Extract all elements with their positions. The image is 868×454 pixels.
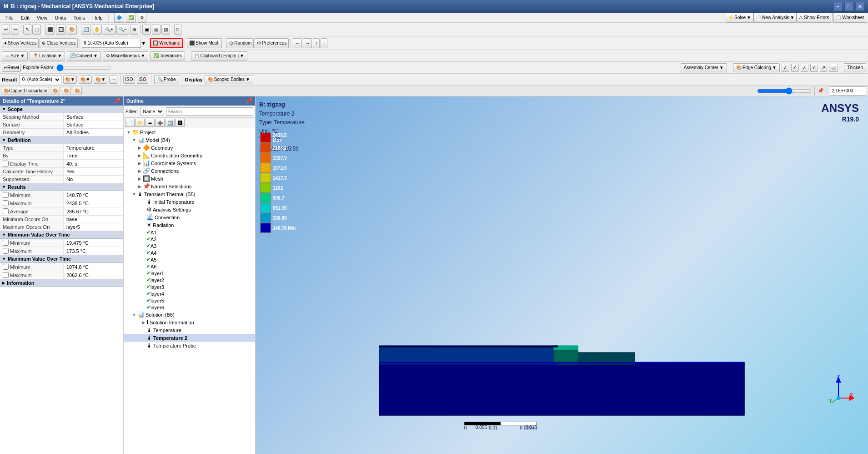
size-button[interactable]: ↔ Size ▼ — [2, 51, 28, 61]
close-button[interactable]: ✕ — [855, 2, 864, 11]
tree-a1[interactable]: ✔ A1 — [124, 229, 255, 236]
select-btn[interactable]: ⬚ — [32, 25, 41, 35]
tree-initial-temperature[interactable]: 🌡 Initial Temperature — [124, 198, 255, 206]
menu-view[interactable]: View — [33, 14, 51, 21]
iso-palette3-btn[interactable]: 🎨 — [73, 87, 82, 95]
tree-mesh[interactable]: ▶ 🔲 Mesh — [124, 175, 255, 182]
surface-val[interactable]: Surface — [64, 121, 123, 128]
max-time-min-checkbox[interactable] — [3, 264, 9, 270]
outline-btn6[interactable]: 🅰 — [176, 119, 185, 127]
tree-coordinate-systems[interactable]: ▶ 📊 Coordinate Systems — [124, 159, 255, 167]
angle-btn1[interactable]: ∠ — [782, 64, 789, 72]
named-selections-toggle[interactable]: ▶ — [136, 184, 143, 189]
tree-layer2[interactable]: ✔ layer2 — [124, 277, 255, 283]
undo-btn[interactable]: ↩ — [2, 25, 10, 35]
clipboard-button[interactable]: 📋 Clipboard [ Empty ] ▼ — [191, 51, 247, 61]
result-palette-btn[interactable]: 🎨▼ — [79, 76, 92, 84]
result-display-btn[interactable]: 🎨▼ — [94, 76, 107, 84]
type-val[interactable]: Temperature — [64, 144, 123, 151]
outline-pin-button[interactable]: 📌 — [246, 98, 252, 104]
arrow-left-btn[interactable]: ← — [293, 38, 302, 48]
angle-btn4[interactable]: ∠ — [810, 64, 818, 72]
info-section-header[interactable]: ▶ Information — [0, 279, 123, 287]
tree-a3[interactable]: ✔ A3 — [124, 242, 255, 249]
reset-button[interactable]: ↩ Reset — [2, 64, 21, 72]
tree-temperature2[interactable]: 🌡 Temperature 2 — [124, 334, 255, 342]
view-front-btn[interactable]: ▣ — [142, 25, 151, 35]
tree-transient-thermal[interactable]: ▼ 🌡 Transient Thermal (B5) — [124, 190, 255, 198]
arrow-diagonal-btn[interactable]: ↗ — [820, 64, 827, 72]
tree-a6[interactable]: ✔ A6 — [124, 263, 255, 270]
tree-layer6[interactable]: ✔ layer6 — [124, 304, 255, 311]
arrow-right-btn[interactable]: → — [303, 38, 312, 48]
menu-tools[interactable]: Tools — [70, 14, 89, 21]
outline-btn2[interactable]: 📁 — [135, 119, 145, 127]
geometry-val[interactable]: All Bodies — [64, 129, 123, 136]
auto-scale-dropdown[interactable]: ▼ — [82, 39, 146, 48]
geometry-toggle[interactable]: ▶ — [136, 146, 143, 150]
result-arrow-btn[interactable]: → — [109, 76, 117, 84]
transient-thermal-toggle[interactable]: ▼ — [131, 192, 137, 197]
show-vertices-button[interactable]: ● Show Vertices — [2, 38, 39, 48]
max-checkbox[interactable] — [3, 200, 9, 206]
tree-a2[interactable]: ✔ A2 — [124, 236, 255, 242]
tree-connections[interactable]: ▶ 🔗 Connections — [124, 167, 255, 175]
result-color-btn[interactable]: 🎨▼ — [63, 76, 77, 84]
scoped-bodies-button[interactable]: 🎨 Scoped Bodies ▼ — [205, 75, 253, 84]
calc-time-val[interactable]: Yes — [64, 168, 123, 175]
by-val[interactable]: Time — [64, 152, 123, 159]
iso-slider[interactable] — [757, 88, 812, 94]
auto-scale-input[interactable] — [82, 39, 141, 48]
display-time-val[interactable]: 40. s — [64, 160, 123, 167]
tree-layer5[interactable]: ✔ layer5 — [124, 297, 255, 304]
menu-units[interactable]: Units — [51, 14, 70, 21]
pan-btn[interactable]: ✋ — [92, 25, 102, 35]
angle-btn2[interactable]: ∠ — [791, 64, 799, 72]
ansys-icon-btn[interactable]: 🔷 — [114, 13, 124, 23]
tree-a4[interactable]: ✔ A4 — [124, 249, 255, 256]
view-top-btn[interactable]: ▤ — [152, 25, 161, 35]
iso-max-btn[interactable]: ISO — [137, 76, 148, 84]
tree-model[interactable]: ▼ 📊 Model (B4) — [124, 136, 255, 144]
outline-btn5[interactable]: 🔤 — [166, 119, 175, 127]
rect-btn[interactable]: □ — [174, 25, 181, 35]
close-vertices-button[interactable]: ⊕ Close Vertices — [40, 38, 78, 48]
iso-label-btn[interactable]: 🎨 Capped Isosurface — [2, 87, 49, 95]
worksheet-button[interactable]: 📋 Worksheet — [833, 13, 866, 23]
scope-section-header[interactable]: ▼ Scope — [0, 106, 123, 113]
max-time-max-checkbox[interactable] — [3, 272, 9, 278]
min-time-max-checkbox[interactable] — [3, 248, 9, 254]
miscellaneous-button[interactable]: ⚙ Miscellaneous ▼ — [103, 51, 148, 61]
redo-btn[interactable]: ↪ — [11, 25, 19, 35]
preferences-button[interactable]: ⚙ Preferences — [255, 38, 289, 48]
solve-button[interactable]: ⚡ Solve ▼ — [726, 13, 753, 23]
scoping-method-val[interactable]: Surface — [64, 113, 123, 121]
arrow-down-btn[interactable]: ↓ — [321, 38, 327, 48]
show-mesh-button[interactable]: ⬛ Show Mesh — [187, 38, 221, 48]
tree-layer4[interactable]: ✔ layer4 — [124, 290, 255, 297]
explode-slider[interactable] — [56, 65, 111, 71]
new-analysis-button[interactable]: 📄 New Analysis ▼ — [753, 13, 797, 23]
angle-btn3[interactable]: ∠ — [801, 64, 808, 72]
solution-info-toggle[interactable]: ▶ — [140, 320, 146, 325]
outline-btn3[interactable]: ➡ — [146, 119, 155, 127]
tree-analysis-settings[interactable]: ⚙ Analysis Settings — [124, 206, 255, 213]
min-time-section-header[interactable]: ▼ Minimum Value Over Time — [0, 231, 123, 239]
iso-palette1-btn[interactable]: 🎨 — [51, 87, 60, 95]
arrow-up-btn[interactable]: ↑ — [313, 38, 320, 48]
avg-checkbox[interactable] — [3, 208, 9, 214]
menu-file[interactable]: File — [2, 14, 17, 21]
outline-btn4[interactable]: ➕ — [156, 119, 165, 127]
model-toggle[interactable]: ▼ — [131, 138, 137, 142]
zoom-in-btn[interactable]: 🔍+ — [103, 25, 115, 35]
min-time-min-checkbox[interactable] — [3, 240, 9, 246]
tree-solution[interactable]: ▼ 📊 Solution (B6) — [124, 311, 255, 318]
tolerances-button[interactable]: ✅ Tolerances — [150, 51, 185, 61]
view-right-btn[interactable]: ▥ — [161, 25, 170, 35]
suppressed-val[interactable]: No — [64, 176, 123, 183]
edge-coloring-button[interactable]: 🎨 Edge Coloring ▼ — [733, 63, 780, 72]
min-checkbox[interactable] — [3, 192, 9, 198]
filter-input[interactable] — [166, 107, 254, 116]
assembly-center-button[interactable]: Assembly Center ▼ — [681, 63, 727, 72]
definition-section-header[interactable]: ▼ Definition — [0, 136, 123, 144]
